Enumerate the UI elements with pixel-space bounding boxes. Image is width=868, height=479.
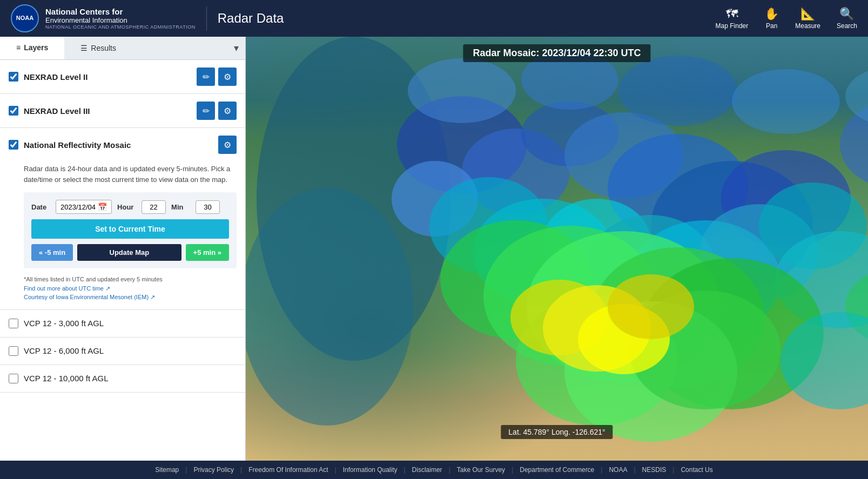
map-area[interactable]: Radar Mosaic: 2023/12/04 22:30 UTC Lat. … <box>246 37 868 461</box>
national-reflectivity-settings-button[interactable]: ⚙ <box>218 136 237 154</box>
national-reflectivity-actions: ⚙ <box>218 136 237 154</box>
measure-icon: 📐 <box>800 7 815 21</box>
pan-button[interactable]: ✋ Pan <box>764 7 779 30</box>
sidebar-content: NEXRAD Level II ✏ ⚙ NEXRAD Level III ✏ ⚙… <box>0 60 245 461</box>
layer-vcp-6000: VCP 12 - 6,000 ft AGL <box>0 338 245 365</box>
min-label: Min <box>171 203 190 211</box>
svg-point-29 <box>608 274 694 339</box>
org-line2: Environmental Information <box>45 16 196 24</box>
utc-note: *All times listed in UTC and updated eve… <box>24 275 237 302</box>
min-input[interactable] <box>196 200 220 214</box>
iowa-link[interactable]: Courtesy of Iowa Environmental Mesonet (… <box>24 293 237 302</box>
date-input[interactable]: 2023/12/04 📅 <box>56 200 112 214</box>
vcp-3000-name: VCP 12 - 3,000 ft AGL <box>24 319 104 328</box>
vcp-6000-name: VCP 12 - 6,000 ft AGL <box>24 346 104 355</box>
hour-label: Hour <box>117 203 136 211</box>
footer: Sitemap | Privacy Policy | Freedom Of In… <box>0 461 868 479</box>
tab-layers[interactable]: ≡ Layers <box>0 37 64 59</box>
results-tab-label: Results <box>91 44 116 52</box>
national-reflectivity-details: Radar data is 24-hour data and is update… <box>9 159 237 302</box>
svg-point-40 <box>732 69 840 134</box>
map-background: Radar Mosaic: 2023/12/04 22:30 UTC Lat. … <box>246 37 868 461</box>
main-content: ≡ Layers ☰ Results ▾ NEXRAD Level II ✏ ⚙ <box>0 37 868 461</box>
sidebar: ≡ Layers ☰ Results ▾ NEXRAD Level II ✏ ⚙ <box>0 37 246 461</box>
page-title: Radar Data <box>218 11 284 26</box>
hour-input[interactable] <box>142 200 166 214</box>
vcp-10000-name: VCP 12 - 10,000 ft AGL <box>24 374 109 383</box>
nexrad-level-2-name: NEXRAD Level II <box>24 72 191 82</box>
layer-national-reflectivity: National Reflectivity Mosaic ⚙ Radar dat… <box>0 128 245 310</box>
pan-label: Pan <box>766 22 777 30</box>
map-finder-button[interactable]: 🗺 Map Finder <box>716 7 749 30</box>
pan-icon: ✋ <box>764 7 779 21</box>
layer-nexrad-level-2: NEXRAD Level II ✏ ⚙ <box>0 60 245 94</box>
national-reflectivity-name: National Reflectivity Mosaic <box>24 140 213 150</box>
radar-overlay <box>246 37 868 461</box>
nexrad-level-2-checkbox[interactable] <box>9 72 18 82</box>
utc-note-text: *All times listed in UTC and updated eve… <box>24 276 163 282</box>
results-tab-icon: ☰ <box>80 44 88 52</box>
footer-take-our-survey[interactable]: Take Our Survey <box>450 466 512 474</box>
search-icon: 🔍 <box>839 7 854 21</box>
layers-tab-icon: ≡ <box>16 43 21 52</box>
footer-sitemap[interactable]: Sitemap <box>149 466 185 474</box>
svg-point-39 <box>618 56 737 126</box>
svg-point-1 <box>246 188 413 426</box>
time-nav-row: « -5 min Update Map +5 min » <box>31 244 229 261</box>
nexrad-level-3-edit-button[interactable]: ✏ <box>197 102 215 120</box>
nexrad-level-3-name: NEXRAD Level III <box>24 106 191 116</box>
org-line1: National Centers for <box>45 7 196 16</box>
utc-link[interactable]: Find out more about UTC time ↗ <box>24 284 237 293</box>
svg-point-37 <box>408 58 516 123</box>
national-reflectivity-checkbox[interactable] <box>9 140 18 150</box>
search-button[interactable]: 🔍 Search <box>837 7 857 30</box>
map-coordinates: Lat. 45.789° Long. -126.621° <box>501 425 613 439</box>
date-time-controls: Date 2023/12/04 📅 Hour Min Set to Curren… <box>24 192 237 268</box>
layer-vcp-3000: VCP 12 - 3,000 ft AGL <box>0 310 245 338</box>
search-label: Search <box>837 22 857 30</box>
footer-foia[interactable]: Freedom Of Information Act <box>242 466 334 474</box>
date-label: Date <box>31 203 50 211</box>
next-5min-button[interactable]: +5 min » <box>186 244 229 261</box>
vcp-10000-checkbox[interactable] <box>9 374 18 383</box>
footer-nesdis[interactable]: NESDIS <box>636 466 673 474</box>
vcp-6000-checkbox[interactable] <box>9 346 18 356</box>
nexrad-level-2-settings-button[interactable]: ⚙ <box>218 68 237 86</box>
footer-contact-us[interactable]: Contact Us <box>674 466 719 474</box>
layer-vcp-10000: VCP 12 - 10,000 ft AGL <box>0 365 245 393</box>
footer-info-quality[interactable]: Information Quality <box>337 466 404 474</box>
date-time-row: Date 2023/12/04 📅 Hour Min <box>31 200 229 214</box>
nexrad-level-2-edit-button[interactable]: ✏ <box>197 68 215 86</box>
date-value: 2023/12/04 <box>60 203 96 211</box>
logo-area: NOAA National Centers for Environmental … <box>11 4 196 32</box>
national-reflectivity-description: Radar data is 24-hour data and is update… <box>24 164 237 185</box>
nexrad-level-2-actions: ✏ ⚙ <box>197 68 237 86</box>
map-finder-icon: 🗺 <box>726 7 738 21</box>
footer-privacy-policy[interactable]: Privacy Policy <box>187 466 240 474</box>
map-finder-label: Map Finder <box>716 22 749 30</box>
layer-nexrad-level-3: NEXRAD Level III ✏ ⚙ <box>0 94 245 128</box>
measure-label: Measure <box>795 22 820 30</box>
nexrad-level-3-checkbox[interactable] <box>9 106 18 116</box>
footer-dept-commerce[interactable]: Department of Commerce <box>513 466 601 474</box>
layers-tab-label: Layers <box>24 43 48 52</box>
header-divider <box>206 6 207 31</box>
prev-5min-button[interactable]: « -5 min <box>31 244 73 261</box>
map-title: Radar Mosaic: 2023/12/04 22:30 UTC <box>463 44 650 62</box>
sidebar-dropdown[interactable]: ▾ <box>227 37 245 59</box>
org-info: National Centers for Environmental Infor… <box>45 7 196 30</box>
footer-noaa[interactable]: NOAA <box>602 466 634 474</box>
calendar-icon: 📅 <box>98 203 107 211</box>
header-nav: 🗺 Map Finder ✋ Pan 📐 Measure 🔍 Search <box>716 7 857 30</box>
noaa-logo: NOAA <box>11 4 39 32</box>
update-map-button[interactable]: Update Map <box>77 244 181 261</box>
measure-button[interactable]: 📐 Measure <box>795 7 820 30</box>
nexrad-level-3-actions: ✏ ⚙ <box>197 102 237 120</box>
nexrad-level-3-settings-button[interactable]: ⚙ <box>218 102 237 120</box>
vcp-3000-checkbox[interactable] <box>9 319 18 328</box>
org-line3: NATIONAL OCEANIC AND ATMOSPHERIC ADMINIS… <box>45 24 196 30</box>
header: NOAA National Centers for Environmental … <box>0 0 868 37</box>
tab-results[interactable]: ☰ Results <box>64 37 132 59</box>
set-current-time-button[interactable]: Set to Current Time <box>31 219 229 239</box>
footer-disclaimer[interactable]: Disclaimer <box>406 466 449 474</box>
